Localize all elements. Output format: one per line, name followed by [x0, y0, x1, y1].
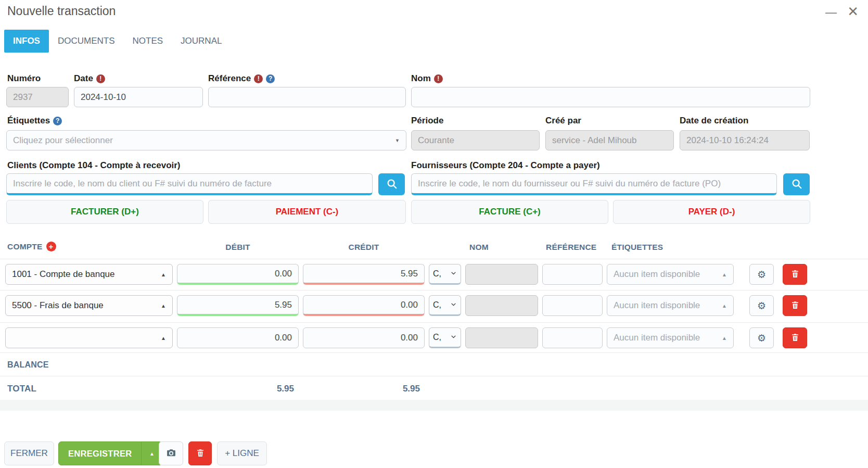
nom-label: Nom ! — [411, 73, 443, 84]
credit-input[interactable] — [303, 264, 425, 285]
cree-par-label: Créé par — [545, 116, 581, 126]
tab-notes[interactable]: NOTES — [124, 30, 172, 53]
reference-input[interactable] — [208, 87, 406, 107]
row-delete-button[interactable] — [783, 295, 807, 316]
help-icon[interactable]: ? — [266, 74, 275, 83]
row-etiquettes-value: Aucun item disponible — [614, 333, 700, 343]
payer-button[interactable]: PAYER (D-) — [613, 200, 810, 224]
nom-input[interactable] — [411, 87, 810, 107]
minimize-icon[interactable]: — — [822, 6, 840, 19]
credit-input[interactable] — [303, 327, 425, 348]
tab-bar: INFOS DOCUMENTS NOTES JOURNAL — [4, 30, 231, 53]
table-row: 1001 - Compte de banque ▲ C, Aucun item … — [0, 264, 868, 285]
row-nom-input — [465, 327, 538, 348]
row-etiquettes-select[interactable]: Aucun item disponible ▲ — [607, 327, 734, 348]
trash-icon — [790, 300, 800, 311]
required-icon: ! — [96, 74, 105, 83]
currency-select-value: C, — [433, 300, 441, 310]
tab-infos[interactable]: INFOS — [4, 30, 49, 53]
chevron-up-icon: ▲ — [719, 303, 727, 309]
compte-header: COMPTE + — [7, 242, 56, 251]
date-creation-label-text: Date de création — [680, 116, 748, 126]
row-reference-input[interactable] — [542, 327, 603, 348]
chevron-down-icon — [450, 269, 457, 279]
account-select[interactable]: 5500 - Frais de banque ▲ — [5, 295, 173, 316]
row-settings-button[interactable]: ⚙ — [749, 327, 774, 348]
tab-documents[interactable]: DOCUMENTS — [49, 30, 124, 53]
account-select-value: 5500 - Frais de banque — [12, 300, 104, 311]
row-reference-input[interactable] — [542, 295, 603, 316]
required-icon: ! — [254, 74, 263, 83]
fournisseurs-label: Fournisseurs (Compte 204 - Compte a paye… — [411, 160, 600, 171]
numero-input — [6, 87, 69, 107]
row-etiquettes-select[interactable]: Aucun item disponible ▲ — [607, 295, 734, 316]
fermer-button[interactable]: FERMER — [4, 441, 54, 465]
debit-input[interactable] — [177, 327, 299, 348]
facture-button[interactable]: FACTURE (C+) — [411, 200, 608, 224]
close-icon[interactable]: ✕ — [844, 4, 862, 19]
debit-input[interactable] — [177, 295, 299, 316]
row-settings-button[interactable]: ⚙ — [749, 295, 774, 316]
fournisseurs-search-button[interactable] — [783, 173, 810, 195]
enregistrer-label: ENREGISTRER — [59, 442, 141, 465]
date-label: Date ! — [74, 73, 105, 84]
clients-search-input[interactable] — [6, 173, 373, 195]
etiquettes-placeholder: Cliquez pour sélectionner — [13, 135, 113, 146]
currency-select-value: C, — [433, 333, 441, 342]
row-etiquettes-value: Aucun item disponible — [614, 300, 700, 311]
fournisseurs-search-input[interactable] — [411, 173, 777, 195]
facturer-button[interactable]: FACTURER (D+) — [6, 200, 203, 224]
gear-icon: ⚙ — [757, 300, 766, 312]
debit-header: DÉBIT — [177, 243, 299, 252]
camera-button[interactable] — [159, 441, 183, 465]
chevron-up-icon: ▲ — [161, 303, 166, 309]
paiement-button[interactable]: PAIEMENT (C-) — [208, 200, 406, 224]
currency-select[interactable]: C, — [429, 295, 461, 316]
date-input[interactable] — [74, 87, 203, 107]
delete-transaction-button[interactable] — [188, 441, 212, 465]
debit-input[interactable] — [177, 264, 299, 285]
etiquettes-label: Étiquettes ? — [7, 116, 62, 126]
currency-select[interactable]: C, — [429, 264, 461, 285]
etiquettes-select[interactable]: Cliquez pour sélectionner ▼ — [6, 130, 406, 150]
trash-icon — [196, 448, 205, 459]
add-line-icon[interactable]: + — [46, 242, 56, 251]
camera-icon — [166, 448, 176, 460]
clients-label: Clients (Compte 104 - Compte à recevoir) — [7, 160, 181, 171]
row-delete-button[interactable] — [783, 264, 807, 285]
new-transaction-dialog: Nouvelle transaction — ✕ INFOS DOCUMENTS… — [0, 0, 868, 468]
row-reference-input[interactable] — [542, 264, 603, 285]
numero-label: Numéro — [7, 73, 41, 84]
add-ligne-button[interactable]: + LIGNE — [217, 441, 267, 465]
balance-label: BALANCE — [7, 360, 49, 370]
clients-label-text: Clients (Compte 104 - Compte à recevoir) — [7, 160, 181, 171]
clients-search-button[interactable] — [378, 173, 405, 195]
search-icon — [791, 178, 802, 191]
numero-label-text: Numéro — [7, 73, 41, 84]
row-delete-button[interactable] — [783, 327, 807, 348]
row-etiquettes-select[interactable]: Aucun item disponible ▲ — [607, 264, 734, 285]
account-select[interactable]: 1001 - Compte de banque ▲ — [5, 264, 173, 285]
row-settings-button[interactable]: ⚙ — [749, 264, 774, 285]
currency-select[interactable]: C, — [429, 327, 461, 348]
total-debit: 5.95 — [177, 384, 294, 394]
date-creation-input — [680, 130, 810, 150]
table-row: 5500 - Frais de banque ▲ C, Aucun item d… — [0, 295, 868, 317]
credit-input[interactable] — [303, 295, 425, 316]
date-label-text: Date — [74, 73, 93, 84]
account-select[interactable]: ▲ — [5, 327, 173, 348]
chevron-up-icon: ▲ — [161, 272, 166, 277]
date-creation-label: Date de création — [680, 116, 748, 126]
enregistrer-button[interactable]: ENREGISTRER ▲ — [58, 441, 162, 465]
tab-journal[interactable]: JOURNAL — [172, 30, 231, 53]
credit-header: CRÉDIT — [303, 243, 425, 252]
chevron-up-icon: ▲ — [161, 335, 166, 341]
gear-icon: ⚙ — [757, 332, 766, 344]
total-label: TOTAL — [7, 384, 36, 394]
help-icon[interactable]: ? — [53, 117, 62, 125]
periode-label: Période — [411, 116, 443, 126]
currency-select-value: C, — [433, 269, 441, 279]
cree-par-label-text: Créé par — [545, 116, 581, 126]
total-credit: 5.95 — [303, 384, 420, 394]
nom-header: NOM — [469, 243, 489, 252]
